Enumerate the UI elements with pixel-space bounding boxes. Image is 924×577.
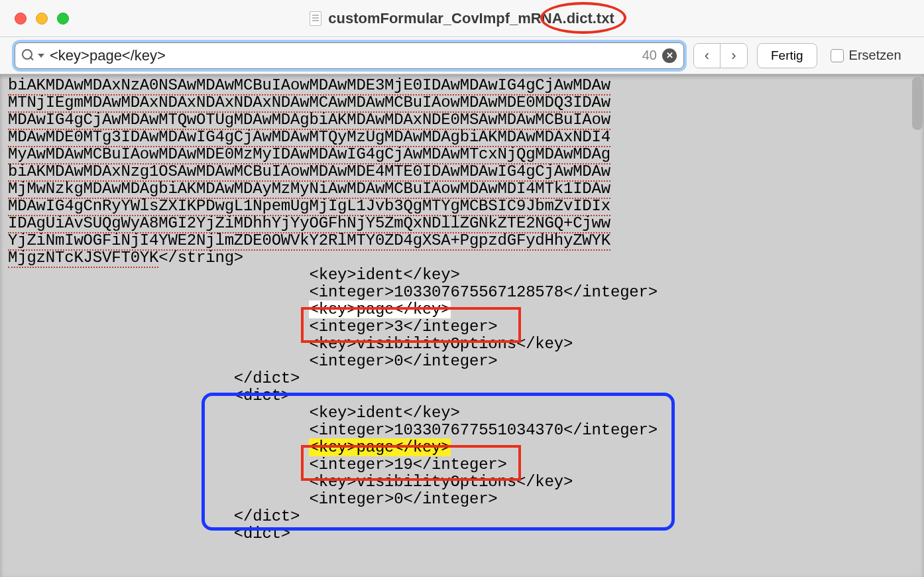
next-match-button[interactable]: › [721,44,747,68]
replace-checkbox[interactable] [831,49,844,62]
xml-key-ident: <key>ident</key> [309,266,459,284]
base64-line: MTNjIEgmMDAwMDAxNDAxNDAxNDAxNDAwMCAwMDAw… [8,94,610,113]
done-button[interactable]: Fertig [757,43,817,68]
base64-line: MDAwIG4gCnRyYWlsZXIKPDwgL1NpemUgMjIgL1Jv… [8,197,610,216]
titlebar: customFormular_CovImpf_mRNA.dict.txt [0,0,924,37]
base64-line: YjZiNmIwOGFiNjI4YWE2NjlmZDE0OWVkY2RlMTY0… [8,231,610,251]
base64-line: IDAgUiAvSUQgWyA8MGI2YjZiMDhhYjYyOGFhNjY5… [8,214,610,233]
title-center: customFormular_CovImpf_mRNA.dict.txt [0,10,924,27]
search-options-chevron-icon[interactable] [38,54,44,58]
base64-line: MDAwIG4gCjAwMDAwMTQwOTUgMDAwMDAgbiAKMDAw… [8,111,610,130]
fullscreen-window-button[interactable] [57,13,69,25]
minimize-window-button[interactable] [36,13,48,25]
chevron-left-icon: ‹ [705,47,709,64]
document-icon [310,11,321,26]
vertical-scrollbar[interactable] [912,77,923,130]
xml-close-dict: </dict> [234,369,300,387]
replace-label: Ersetzen [849,48,901,63]
base64-line: MDAwMDE0MTg3IDAwMDAwIG4gCjAwMDAwMTQyMzUg… [8,128,610,147]
search-input[interactable] [50,47,642,64]
search-field-wrap[interactable]: 40 [15,42,684,69]
search-icon [22,49,35,62]
annotation-blue-box [202,393,675,531]
title-annotation-circle [540,2,626,34]
editor-viewport: biAKMDAwMDAxNzA0NSAwMDAwMCBuIAowMDAwMDE3… [0,74,924,577]
base64-line: MjgzNTcKJSVFT0YK [8,249,158,268]
window-title-text: customFormular_CovImpf_mRNA.dict.txt [328,10,614,27]
xml-int-visibility: <integer>0</integer> [309,352,497,370]
search-result-count: 40 [642,48,657,63]
xml-close-string: </string> [158,249,243,267]
annotation-red-box-1 [301,307,521,343]
find-bar: 40 ‹ › Fertig Ersetzen [0,37,924,74]
prev-match-button[interactable]: ‹ [694,44,721,68]
window-title: customFormular_CovImpf_mRNA.dict.txt [328,10,614,27]
base64-line: biAKMDAwMDAxNzg1OSAwMDAwMCBuIAowMDAwMDE4… [8,162,610,182]
window-controls [15,13,69,25]
clear-search-button[interactable] [662,48,677,63]
search-nav-group: ‹ › [693,43,748,68]
base64-line: MyAwMDAwMCBuIAowMDAwMDE0MzMyIDAwMDAwIG4g… [8,145,610,164]
base64-line: biAKMDAwMDAxNzA0NSAwMDAwMCBuIAowMDAwMDE3… [8,76,610,96]
base64-line: MjMwNzkgMDAwMDAgbiAKMDAwMDAyMzMyNiAwMDAw… [8,180,610,199]
chevron-right-icon: › [731,47,736,64]
close-window-button[interactable] [15,13,27,25]
replace-toggle: Ersetzen [831,48,901,63]
xml-int-ident: <integer>103307675567128578</integer> [309,283,658,301]
